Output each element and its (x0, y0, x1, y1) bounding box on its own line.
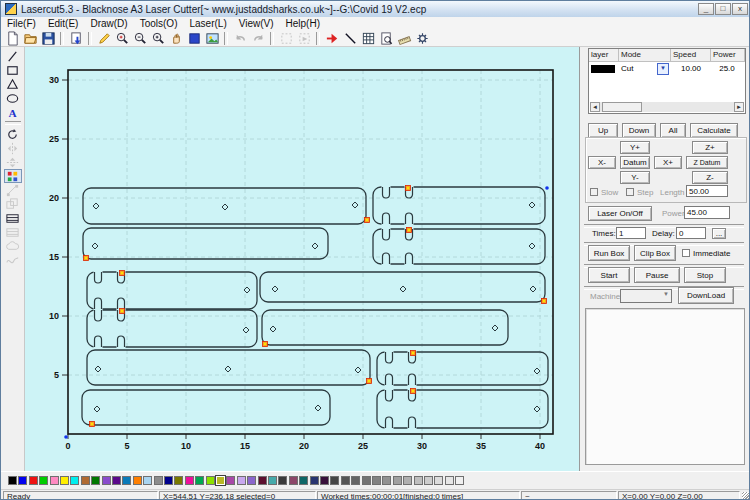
palette-color-37[interactable] (393, 476, 402, 485)
title-bar[interactable]: Lasercut5.3 - Blacknose A3 Laser Cutter[… (1, 1, 750, 18)
save-file-button[interactable] (39, 30, 57, 46)
cut-piece-1[interactable] (373, 186, 545, 226)
tool-rect-button[interactable] (4, 63, 22, 77)
menu-helph[interactable]: Help(H) (280, 18, 326, 29)
cut-piece-11[interactable] (377, 389, 548, 430)
palette-color-38[interactable] (403, 476, 412, 485)
palette-color-33[interactable] (351, 476, 360, 485)
menu-drawd[interactable]: Draw(D) (84, 18, 133, 29)
scroll-left-icon[interactable]: ◄ (590, 102, 600, 112)
palette-color-28[interactable] (299, 476, 308, 485)
menu-viewv[interactable]: View(V) (233, 18, 280, 29)
immediate-checkbox[interactable] (682, 249, 690, 257)
cut-piece-3[interactable] (373, 228, 545, 266)
x-plus-button[interactable]: X+ (654, 156, 682, 169)
palette-color-26[interactable] (278, 476, 287, 485)
ref-line-button[interactable] (341, 30, 359, 46)
down-button[interactable]: Down (622, 123, 656, 138)
tool-hatch-button[interactable] (4, 211, 22, 225)
slow-checkbox[interactable] (590, 188, 598, 196)
palette-color-42[interactable] (445, 476, 454, 485)
menu-laserl[interactable]: Laser(L) (183, 18, 232, 29)
palette-color-32[interactable] (341, 476, 350, 485)
layer-table[interactable]: layerModeSpeedPower Cut▼10.0025.0 ◄ ► (588, 48, 746, 114)
palette-color-17[interactable] (185, 476, 194, 485)
new-file-button[interactable] (3, 30, 21, 46)
layer-row[interactable]: Cut▼10.0025.0 (589, 62, 745, 75)
palette-color-40[interactable] (424, 476, 433, 485)
datum-button[interactable]: Datum (620, 156, 650, 169)
palette-color-4[interactable] (50, 476, 59, 485)
z-plus-button[interactable]: Z+ (692, 141, 728, 154)
zoom-select-button[interactable] (113, 30, 131, 46)
tool-text-button[interactable]: A (4, 105, 22, 119)
calculate-button[interactable]: Calculate (690, 123, 738, 138)
palette-color-35[interactable] (372, 476, 381, 485)
palette-color-25[interactable] (268, 476, 277, 485)
minimize-button[interactable]: _ (698, 3, 714, 15)
delay-options-button[interactable]: ... (712, 228, 726, 239)
menu-filef[interactable]: File(F) (1, 18, 42, 29)
palette-color-23[interactable] (247, 476, 256, 485)
stop-button[interactable]: Stop (684, 267, 726, 283)
all-button[interactable]: All (660, 123, 686, 138)
open-file-button[interactable] (21, 30, 39, 46)
palette-color-34[interactable] (362, 476, 371, 485)
menu-toolso[interactable]: Tools(O) (134, 18, 184, 29)
palette-color-9[interactable] (102, 476, 111, 485)
palette-color-0[interactable] (8, 476, 17, 485)
times-field[interactable]: 1 (616, 227, 646, 239)
length-field[interactable]: 50.00 (686, 185, 728, 197)
palette-color-8[interactable] (91, 476, 100, 485)
palette-color-43[interactable] (455, 476, 464, 485)
x-minus-button[interactable]: X- (588, 156, 616, 169)
palette-color-29[interactable] (310, 476, 319, 485)
cut-piece-4[interactable] (87, 271, 257, 311)
palette-color-24[interactable] (258, 476, 267, 485)
menu-edite[interactable]: Edit(E) (42, 18, 85, 29)
resize-grip[interactable] (742, 492, 750, 500)
palette-color-2[interactable] (29, 476, 38, 485)
palette-color-31[interactable] (330, 476, 339, 485)
palette-color-21[interactable] (226, 476, 235, 485)
palette-color-13[interactable] (143, 476, 152, 485)
cut-piece-0[interactable] (83, 188, 370, 224)
cut-piece-7[interactable] (262, 310, 508, 347)
tool-rotate-button[interactable] (4, 127, 22, 141)
cut-piece-6[interactable] (87, 309, 257, 349)
palette-color-6[interactable] (70, 476, 79, 485)
palette-color-36[interactable] (382, 476, 391, 485)
palette-color-22[interactable] (237, 476, 246, 485)
y-minus-button[interactable]: Y- (620, 171, 650, 184)
laser-on-off-button[interactable]: Laser On/Off (588, 206, 652, 221)
palette-color-10[interactable] (112, 476, 121, 485)
power-field[interactable]: 45.00 (684, 206, 730, 219)
work-area-button[interactable] (185, 30, 203, 46)
z-datum-button[interactable]: Z Datum (686, 156, 728, 169)
scroll-right-icon[interactable]: ► (734, 102, 744, 112)
drawing-canvas[interactable]: 302520151050510152025303540 (25, 47, 579, 471)
layer-table-scrollbar[interactable]: ◄ ► (590, 102, 744, 112)
palette-color-12[interactable] (133, 476, 142, 485)
edit-pencil-button[interactable] (95, 30, 113, 46)
cut-piece-9[interactable] (377, 351, 548, 387)
tool-array-button[interactable] (4, 169, 22, 183)
mode-dropdown-icon[interactable]: ▼ (657, 63, 669, 75)
palette-color-41[interactable] (434, 476, 443, 485)
palette-color-19[interactable] (206, 476, 215, 485)
zoom-out-button[interactable] (131, 30, 149, 46)
cut-piece-5[interactable] (260, 272, 547, 304)
machine-combo[interactable]: ▼ (620, 289, 672, 303)
close-button[interactable]: x (732, 3, 748, 15)
run-box-button[interactable]: Run Box (588, 245, 630, 261)
scrollbar-thumb[interactable] (602, 102, 642, 112)
maximize-button[interactable]: □ (715, 3, 731, 15)
palette-color-30[interactable] (320, 476, 329, 485)
run-machine-button[interactable] (323, 30, 341, 46)
palette-color-1[interactable] (18, 476, 27, 485)
palette-color-16[interactable] (174, 476, 183, 485)
ruler-tool-button[interactable] (395, 30, 413, 46)
palette-color-3[interactable] (39, 476, 48, 485)
array-grid-button[interactable] (359, 30, 377, 46)
palette-color-5[interactable] (60, 476, 69, 485)
